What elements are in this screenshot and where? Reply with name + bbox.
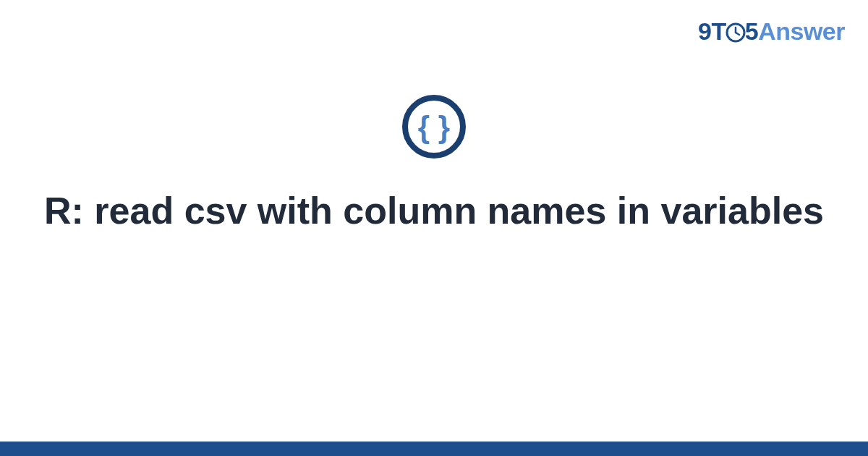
brand-text-part2: 5 xyxy=(745,17,758,45)
brand-text-part1: 9T xyxy=(698,17,726,45)
svg-line-2 xyxy=(736,33,739,35)
footer-bar xyxy=(0,442,868,456)
brand-text-part3: Answer xyxy=(758,17,845,45)
page-title: R: read csv with column names in variabl… xyxy=(0,188,868,233)
code-braces-icon: { } xyxy=(401,94,467,159)
brand-logo: 9T 5Answer xyxy=(698,17,845,46)
clock-icon xyxy=(726,20,746,41)
svg-text:{ }: { } xyxy=(418,110,450,144)
